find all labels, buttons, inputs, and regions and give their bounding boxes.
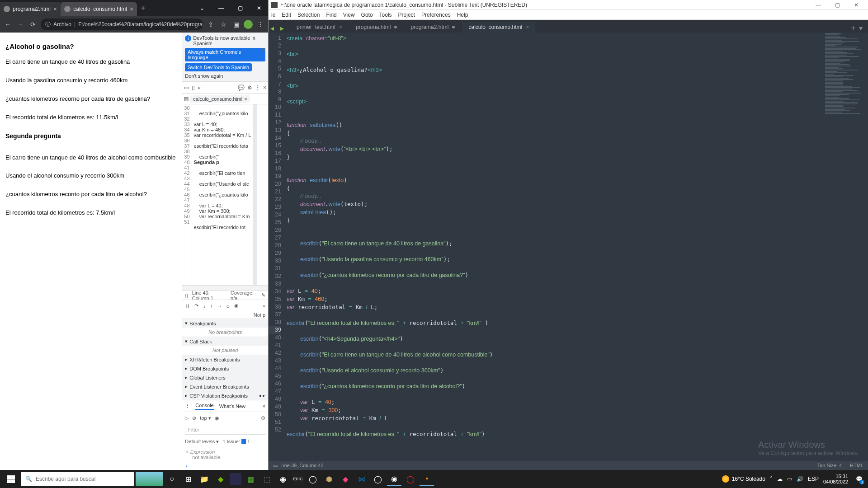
editor-tab[interactable]: primer_test.html× [290, 22, 349, 33]
close-icon[interactable]: × [339, 24, 342, 30]
vscode-icon[interactable]: ⋈ [354, 472, 369, 486]
tab-menu-icon[interactable]: ▾ [859, 24, 863, 33]
source-file-tab[interactable]: calculo_consumo.html × [190, 95, 250, 103]
edit-icon[interactable]: ✎ [261, 292, 265, 298]
close-icon[interactable]: × [263, 404, 265, 409]
menu-item[interactable]: Preferences [421, 12, 451, 18]
dom-bp-header[interactable]: ▸ DOM Breakpoints [182, 364, 268, 373]
deactivate-bp-icon[interactable]: ⍉ [226, 303, 230, 309]
epic-icon[interactable]: EPIC [292, 473, 304, 485]
close-icon[interactable]: × [53, 5, 57, 13]
close-icon[interactable]: × [526, 24, 529, 30]
gear-icon[interactable]: ⚙ [261, 415, 265, 421]
opera-icon[interactable]: ◯ [403, 472, 418, 486]
close-icon[interactable]: × [263, 84, 266, 91]
levels-select[interactable]: Default levels ▾ [185, 439, 219, 445]
devtools-source[interactable]: 3031323334353637383940414243444546474849… [182, 104, 268, 285]
sublime-taskbar-icon[interactable]: ▪ [420, 472, 434, 486]
weather-widget[interactable]: 16°C Soleado [722, 475, 765, 483]
address-bar[interactable]: ⓘ Archivo | F:/one%20oracle%20latam/logi… [41, 19, 203, 30]
menu-item[interactable]: Help [457, 12, 468, 18]
nav-left-icon[interactable]: ◂ [270, 24, 279, 33]
cortana-icon[interactable]: ○ [165, 472, 179, 486]
minimize-icon[interactable]: — [809, 2, 827, 8]
braces-icon[interactable]: {} [185, 293, 188, 298]
clock[interactable]: 15:31 04/08/2022 [823, 474, 848, 484]
step-into-icon[interactable]: ↓ [203, 303, 206, 309]
nvidia-icon[interactable]: ◆ [213, 472, 228, 486]
close-icon[interactable]: ✕ [250, 1, 268, 15]
steam-icon[interactable]: ◯ [306, 472, 320, 486]
star-icon[interactable]: ☆ [218, 19, 228, 29]
step-icon[interactable]: → [217, 303, 222, 309]
menu-item[interactable]: le [271, 12, 275, 18]
menu-item[interactable]: Project [398, 12, 415, 18]
event-bp-header[interactable]: ▸ Event Listener Breakpoints [182, 382, 268, 391]
issues-badge[interactable]: 1 Issue:1 [222, 439, 250, 444]
app-icon[interactable]: ⬚ [259, 472, 274, 486]
callstack-header[interactable]: ▾ Call Stack [182, 337, 268, 346]
editor-tab[interactable]: programa.html [349, 22, 403, 33]
menu-icon[interactable]: ⋮ [185, 403, 190, 409]
whatsnew-tab[interactable]: What's New [219, 404, 245, 409]
menu-item[interactable]: Tools [379, 12, 392, 18]
notifications-icon[interactable]: 💬3 [853, 473, 865, 485]
menu-icon[interactable]: ⋮ [255, 84, 260, 91]
taskbar-search[interactable]: 🔍 Escribe aquí para buscar [21, 472, 134, 486]
csp-bp-header[interactable]: ▸ CSP Violation Breakpoints◂ ▸ [182, 391, 268, 400]
profile-icon[interactable] [244, 20, 253, 29]
menu-item[interactable]: View [343, 12, 355, 18]
gear-icon[interactable]: ⚙ [247, 84, 252, 91]
back-icon[interactable]: ← [3, 19, 13, 29]
xhr-bp-header[interactable]: ▸ XHR/fetch Breakpoints [182, 355, 268, 364]
panel-icon[interactable]: ▣ [231, 19, 241, 29]
scrollbar[interactable] [253, 104, 257, 285]
match-language-button[interactable]: Always match Chrome's language [185, 48, 265, 61]
close-icon[interactable]: × [244, 96, 247, 102]
step-over-icon[interactable]: ↷ [194, 303, 198, 309]
clear-icon[interactable]: ▷ [185, 415, 189, 421]
tab-size[interactable]: Tab Size: 4 [817, 463, 842, 468]
context-select[interactable]: top ▾ [200, 415, 211, 421]
browser-tab-active[interactable]: calculo_consumo.html × [61, 2, 137, 16]
pause-icon[interactable]: ⏸ [185, 303, 190, 309]
syntax[interactable]: HTML [850, 463, 863, 468]
code-editor[interactable]: <meta charset="uft-8"> <br> <h3>¿Alcohol… [284, 33, 823, 461]
reload-icon[interactable]: ⟳ [28, 19, 38, 29]
block-icon[interactable]: ⊘ [192, 415, 196, 421]
menu-item[interactable]: Edit [282, 12, 291, 18]
add-tab-icon[interactable]: + [851, 24, 855, 33]
new-tab-button[interactable]: + [141, 4, 146, 13]
start-button[interactable] [3, 471, 19, 487]
menu-item[interactable]: Find [326, 12, 336, 18]
dont-show-link[interactable]: Don't show again [185, 73, 265, 79]
device-icon[interactable]: ▯ [192, 84, 195, 91]
volume-icon[interactable]: 🔊 [797, 476, 803, 482]
eye-icon[interactable]: ◉ [215, 415, 219, 421]
menu-item[interactable]: Goto [361, 12, 373, 18]
console-prompt[interactable]: › [186, 463, 264, 468]
minimize-icon[interactable]: — [212, 1, 230, 15]
browser-tab[interactable]: programa2.html × [0, 2, 61, 16]
switch-spanish-button[interactable]: Switch DevTools to Spanish [185, 63, 252, 71]
more-icon[interactable]: » [198, 84, 201, 91]
chrome-icon[interactable]: ◉ [276, 472, 290, 486]
minecraft-icon[interactable]: ▦ [243, 472, 258, 486]
step-out-icon[interactable]: ↑ [210, 303, 213, 309]
menu-item[interactable]: Selection [297, 12, 320, 18]
maximize-icon[interactable]: ▢ [828, 2, 846, 8]
network-icon[interactable]: ▭ [787, 476, 792, 482]
close-icon[interactable]: × [186, 449, 189, 455]
nav-right-icon[interactable]: ▸ [280, 24, 289, 33]
chat-icon[interactable]: 💬 [238, 84, 245, 91]
close-icon[interactable]: ✕ [847, 2, 865, 8]
more-icon[interactable]: » [263, 303, 265, 309]
console-filter[interactable]: Filter [185, 425, 265, 435]
inspect-icon[interactable]: ▭ [184, 84, 189, 91]
taskview-icon[interactable]: ⊞ [181, 472, 195, 486]
news-widget[interactable] [136, 472, 163, 486]
chrome-taskbar-icon[interactable]: ◉ [387, 472, 401, 486]
global-listeners-header[interactable]: ▸ Global Listeners [182, 373, 268, 382]
menu-icon[interactable]: ⋮ [255, 19, 265, 29]
minimap[interactable] [823, 33, 868, 461]
